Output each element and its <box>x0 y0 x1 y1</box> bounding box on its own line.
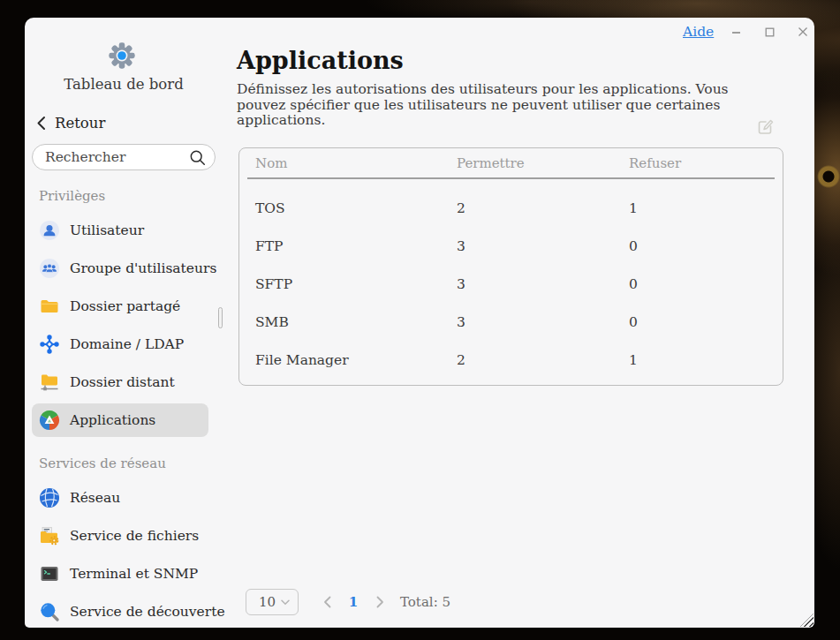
help-link[interactable]: Aide <box>683 24 714 40</box>
page-title: Applications <box>237 47 404 74</box>
cell-allow: 3 <box>457 314 629 330</box>
table-row[interactable]: File Manager 2 1 <box>239 341 783 379</box>
maximize-icon <box>765 27 775 37</box>
current-page[interactable]: 1 <box>344 594 362 610</box>
sidebar-item-label: Service de fichiers <box>70 528 199 544</box>
sidebar-item-dossier-partage[interactable]: Dossier partagé <box>32 290 208 323</box>
sidebar-item-label: Réseau <box>70 490 120 506</box>
control-panel-window: Aide <box>25 18 814 628</box>
previous-page-button[interactable] <box>320 595 334 609</box>
column-header-nom[interactable]: Nom <box>255 155 457 171</box>
cell-name: FTP <box>255 238 457 254</box>
resize-grip[interactable] <box>800 614 814 627</box>
chevron-left-icon <box>35 116 47 131</box>
chevron-left-icon <box>323 596 331 608</box>
sidebar-item-reseau[interactable]: Réseau <box>32 481 208 515</box>
sidebar-item-utilisateur[interactable]: Utilisateur <box>32 214 208 247</box>
remote-folder-icon <box>39 372 60 393</box>
domain-ldap-icon <box>39 334 60 355</box>
cell-name: TOS <box>255 200 457 216</box>
cell-deny: 1 <box>629 200 783 216</box>
cell-deny: 1 <box>629 352 783 368</box>
page-size-select[interactable]: 10 <box>246 589 299 615</box>
sidebar-item-label: Domaine / LDAP <box>70 336 184 352</box>
maximize-button[interactable] <box>762 25 776 39</box>
sidebar-item-label: Terminal et SNMP <box>70 566 198 582</box>
chevron-down-icon <box>281 599 290 606</box>
cell-allow: 2 <box>457 352 629 368</box>
dashboard-gear-icon[interactable] <box>107 41 137 71</box>
search-box[interactable] <box>32 144 216 170</box>
cell-name: SMB <box>255 314 457 330</box>
sidebar-item-label: Dossier partagé <box>70 298 180 314</box>
minimize-button[interactable] <box>729 25 743 39</box>
discovery-icon <box>39 601 60 622</box>
sidebar-scrollbar-thumb[interactable] <box>218 307 223 328</box>
search-icon[interactable] <box>189 149 206 166</box>
sidebar-item-dossier-distant[interactable]: Dossier distant <box>32 365 208 399</box>
user-group-icon <box>39 258 60 279</box>
page-size-value: 10 <box>259 594 281 610</box>
table-row[interactable]: FTP 3 0 <box>239 227 783 265</box>
sidebar-item-applications[interactable]: Applications <box>32 403 208 437</box>
sidebar-item-domaine-ldap[interactable]: Domaine / LDAP <box>32 328 208 361</box>
section-header-network-services: Services de réseau <box>39 456 166 471</box>
table-row[interactable]: SMB 3 0 <box>239 303 783 341</box>
cell-allow: 3 <box>457 276 629 292</box>
dashboard-label: Tableau de bord <box>25 76 223 93</box>
cell-deny: 0 <box>629 238 783 254</box>
network-globe-icon <box>39 487 60 508</box>
sidebar-item-label: Utilisateur <box>70 222 144 238</box>
shared-folder-icon <box>39 296 60 317</box>
sidebar-item-label: Service de découverte <box>70 604 225 620</box>
close-icon <box>798 26 808 37</box>
search-input[interactable] <box>45 149 189 165</box>
user-icon <box>39 220 60 241</box>
pagination-bar: 10 1 Total: 5 <box>246 589 450 615</box>
sidebar-item-service-fichiers[interactable]: Service de fichiers <box>32 519 208 553</box>
table-body: TOS 2 1 FTP 3 0 SFTP 3 0 SMB 3 0 <box>239 179 783 379</box>
table-header-row: Nom Permettre Refuser <box>239 148 783 177</box>
edit-pencil-icon <box>756 117 775 136</box>
cell-allow: 2 <box>457 200 629 216</box>
sidebar: Tableau de bord Retour Privilèges Utilis… <box>25 18 235 628</box>
back-button[interactable]: Retour <box>35 115 105 132</box>
minimize-icon <box>731 27 741 37</box>
chevron-right-icon <box>376 596 384 608</box>
file-service-icon <box>39 525 60 546</box>
page-description: Définissez les autorisations des utilisa… <box>237 82 747 129</box>
column-header-permettre[interactable]: Permettre <box>457 155 629 171</box>
table-row[interactable]: SFTP 3 0 <box>239 265 783 303</box>
terminal-icon <box>39 563 60 584</box>
sidebar-item-label: Dossier distant <box>70 374 175 390</box>
cell-deny: 0 <box>629 314 783 330</box>
sidebar-item-label: Groupe d'utilisateurs <box>70 260 216 276</box>
applications-icon <box>39 410 60 431</box>
column-header-refuser[interactable]: Refuser <box>629 155 783 171</box>
sidebar-item-terminal-snmp[interactable]: Terminal et SNMP <box>32 557 208 591</box>
sidebar-item-label: Applications <box>70 412 155 428</box>
cell-deny: 0 <box>629 276 783 292</box>
edit-button[interactable] <box>756 117 776 137</box>
desktop-background: Aide <box>0 0 840 640</box>
sidebar-item-service-decouverte[interactable]: Service de découverte <box>32 595 208 628</box>
back-label: Retour <box>55 115 105 132</box>
cell-allow: 3 <box>457 238 629 254</box>
applications-table: Nom Permettre Refuser TOS 2 1 FTP 3 0 SF… <box>238 147 783 386</box>
sidebar-item-groupe-utilisateurs[interactable]: Groupe d'utilisateurs <box>32 252 208 285</box>
close-button[interactable] <box>796 25 810 39</box>
section-header-privileges: Privilèges <box>39 188 105 204</box>
cell-name: File Manager <box>255 352 457 368</box>
next-page-button[interactable] <box>373 595 387 609</box>
table-row[interactable]: TOS 2 1 <box>239 189 783 227</box>
cell-name: SFTP <box>255 276 457 292</box>
total-count-label: Total: 5 <box>400 594 450 610</box>
